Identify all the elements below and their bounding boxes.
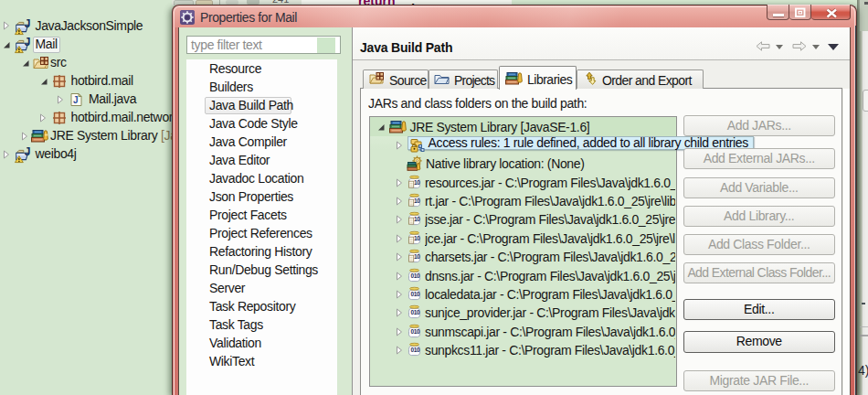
svg-text:10: 10 bbox=[414, 234, 420, 240]
svg-text:010: 010 bbox=[410, 328, 420, 335]
svg-text:J: J bbox=[73, 95, 78, 105]
svg-text:10: 10 bbox=[414, 198, 420, 204]
svg-text:10: 10 bbox=[414, 216, 420, 222]
svg-text:J: J bbox=[25, 36, 30, 48]
svg-text:010: 010 bbox=[410, 272, 420, 279]
svg-text:J: J bbox=[25, 17, 30, 30]
svg-text:010: 010 bbox=[410, 291, 420, 297]
svg-text:010: 010 bbox=[410, 309, 420, 315]
svg-text:10: 10 bbox=[414, 253, 420, 260]
svg-text:010: 010 bbox=[410, 347, 420, 353]
svg-text:J: J bbox=[25, 145, 30, 158]
svg-text:10: 10 bbox=[414, 178, 420, 185]
